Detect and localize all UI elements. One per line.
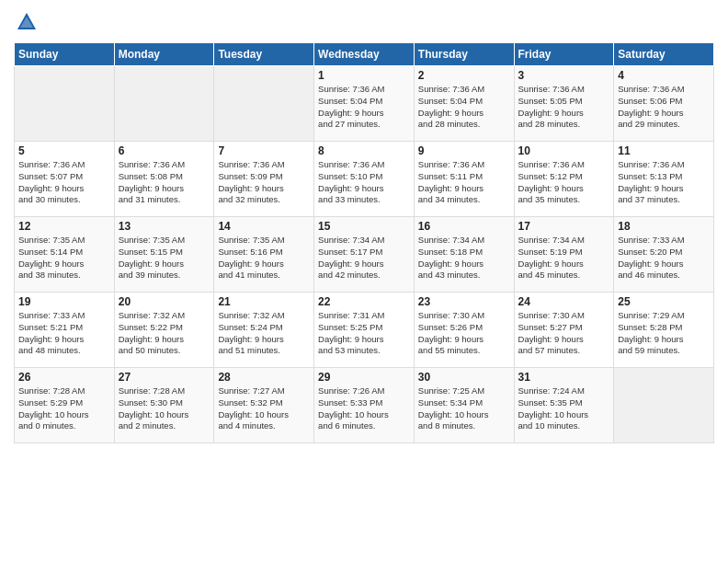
day-number: 8 (318, 144, 410, 157)
day-number: 17 (518, 220, 610, 233)
day-cell: 15Sunrise: 7:34 AM Sunset: 5:17 PM Dayli… (314, 217, 415, 293)
day-cell: 20Sunrise: 7:32 AM Sunset: 5:22 PM Dayli… (114, 293, 214, 368)
day-info: Sunrise: 7:36 AM Sunset: 5:08 PM Dayligh… (119, 159, 210, 206)
day-number: 28 (218, 371, 310, 384)
day-info: Sunrise: 7:36 AM Sunset: 5:09 PM Dayligh… (218, 159, 310, 206)
page: SundayMondayTuesdayWednesdayThursdayFrid… (0, 0, 728, 563)
day-cell: 8Sunrise: 7:36 AM Sunset: 5:10 PM Daylig… (314, 142, 415, 217)
day-info: Sunrise: 7:26 AM Sunset: 5:33 PM Dayligh… (318, 385, 410, 432)
day-info: Sunrise: 7:36 AM Sunset: 5:06 PM Dayligh… (618, 84, 710, 131)
col-header-friday: Friday (514, 43, 614, 66)
day-number: 25 (618, 295, 710, 308)
day-cell: 13Sunrise: 7:35 AM Sunset: 5:15 PM Dayli… (114, 217, 214, 293)
day-number: 19 (18, 295, 110, 308)
day-info: Sunrise: 7:34 AM Sunset: 5:18 PM Dayligh… (418, 235, 510, 282)
day-info: Sunrise: 7:34 AM Sunset: 5:17 PM Dayligh… (318, 235, 410, 282)
day-cell: 29Sunrise: 7:26 AM Sunset: 5:33 PM Dayli… (314, 368, 415, 443)
col-header-sunday: Sunday (15, 43, 115, 66)
day-info: Sunrise: 7:36 AM Sunset: 5:04 PM Dayligh… (318, 84, 410, 131)
day-cell: 7Sunrise: 7:36 AM Sunset: 5:09 PM Daylig… (214, 142, 314, 217)
day-info: Sunrise: 7:29 AM Sunset: 5:28 PM Dayligh… (618, 310, 710, 357)
day-cell (614, 368, 714, 443)
day-info: Sunrise: 7:28 AM Sunset: 5:30 PM Dayligh… (119, 385, 210, 432)
week-row-2: 12Sunrise: 7:35 AM Sunset: 5:14 PM Dayli… (15, 217, 714, 293)
day-info: Sunrise: 7:36 AM Sunset: 5:12 PM Dayligh… (518, 159, 610, 206)
day-info: Sunrise: 7:25 AM Sunset: 5:34 PM Dayligh… (418, 385, 510, 432)
day-cell: 25Sunrise: 7:29 AM Sunset: 5:28 PM Dayli… (614, 293, 714, 368)
week-row-1: 5Sunrise: 7:36 AM Sunset: 5:07 PM Daylig… (15, 142, 714, 217)
day-number: 16 (418, 220, 510, 233)
day-cell: 9Sunrise: 7:36 AM Sunset: 5:11 PM Daylig… (414, 142, 514, 217)
col-header-tuesday: Tuesday (214, 43, 314, 66)
day-cell: 23Sunrise: 7:30 AM Sunset: 5:26 PM Dayli… (414, 293, 514, 368)
day-cell: 21Sunrise: 7:32 AM Sunset: 5:24 PM Dayli… (214, 293, 314, 368)
col-header-monday: Monday (114, 43, 214, 66)
day-cell: 27Sunrise: 7:28 AM Sunset: 5:30 PM Dayli… (114, 368, 214, 443)
day-cell: 6Sunrise: 7:36 AM Sunset: 5:08 PM Daylig… (114, 142, 214, 217)
logo (14, 9, 43, 35)
calendar: SundayMondayTuesdayWednesdayThursdayFrid… (14, 42, 714, 443)
header (14, 9, 714, 35)
day-number: 31 (518, 371, 610, 384)
logo-icon (14, 9, 40, 35)
day-number: 26 (18, 371, 110, 384)
day-number: 23 (418, 295, 510, 308)
day-number: 5 (18, 144, 110, 157)
day-info: Sunrise: 7:32 AM Sunset: 5:24 PM Dayligh… (218, 310, 310, 357)
day-info: Sunrise: 7:32 AM Sunset: 5:22 PM Dayligh… (119, 310, 210, 357)
day-number: 21 (218, 295, 310, 308)
day-number: 6 (119, 144, 210, 157)
day-number: 15 (318, 220, 410, 233)
day-cell: 16Sunrise: 7:34 AM Sunset: 5:18 PM Dayli… (414, 217, 514, 293)
day-cell: 31Sunrise: 7:24 AM Sunset: 5:35 PM Dayli… (514, 368, 614, 443)
day-cell: 28Sunrise: 7:27 AM Sunset: 5:32 PM Dayli… (214, 368, 314, 443)
day-info: Sunrise: 7:33 AM Sunset: 5:21 PM Dayligh… (18, 310, 110, 357)
day-number: 20 (119, 295, 210, 308)
day-cell: 22Sunrise: 7:31 AM Sunset: 5:25 PM Dayli… (314, 293, 415, 368)
day-cell: 1Sunrise: 7:36 AM Sunset: 5:04 PM Daylig… (314, 66, 415, 142)
day-cell (15, 66, 115, 142)
day-cell: 24Sunrise: 7:30 AM Sunset: 5:27 PM Dayli… (514, 293, 614, 368)
day-number: 14 (218, 220, 310, 233)
day-info: Sunrise: 7:30 AM Sunset: 5:27 PM Dayligh… (518, 310, 610, 357)
day-number: 29 (318, 371, 410, 384)
col-header-wednesday: Wednesday (314, 43, 415, 66)
day-number: 13 (119, 220, 210, 233)
day-number: 10 (518, 144, 610, 157)
day-info: Sunrise: 7:36 AM Sunset: 5:04 PM Dayligh… (418, 84, 510, 131)
day-info: Sunrise: 7:34 AM Sunset: 5:19 PM Dayligh… (518, 235, 610, 282)
day-cell: 12Sunrise: 7:35 AM Sunset: 5:14 PM Dayli… (15, 217, 115, 293)
day-cell: 26Sunrise: 7:28 AM Sunset: 5:29 PM Dayli… (15, 368, 115, 443)
day-info: Sunrise: 7:30 AM Sunset: 5:26 PM Dayligh… (418, 310, 510, 357)
day-number: 18 (618, 220, 710, 233)
day-number: 22 (318, 295, 410, 308)
day-cell: 4Sunrise: 7:36 AM Sunset: 5:06 PM Daylig… (614, 66, 714, 142)
day-info: Sunrise: 7:36 AM Sunset: 5:13 PM Dayligh… (618, 159, 710, 206)
day-info: Sunrise: 7:31 AM Sunset: 5:25 PM Dayligh… (318, 310, 410, 357)
day-cell: 11Sunrise: 7:36 AM Sunset: 5:13 PM Dayli… (614, 142, 714, 217)
week-row-0: 1Sunrise: 7:36 AM Sunset: 5:04 PM Daylig… (15, 66, 714, 142)
day-number: 12 (18, 220, 110, 233)
day-info: Sunrise: 7:36 AM Sunset: 5:11 PM Dayligh… (418, 159, 510, 206)
col-header-thursday: Thursday (414, 43, 514, 66)
day-cell: 18Sunrise: 7:33 AM Sunset: 5:20 PM Dayli… (614, 217, 714, 293)
day-cell: 19Sunrise: 7:33 AM Sunset: 5:21 PM Dayli… (15, 293, 115, 368)
day-number: 24 (518, 295, 610, 308)
day-info: Sunrise: 7:35 AM Sunset: 5:14 PM Dayligh… (18, 235, 110, 282)
day-info: Sunrise: 7:35 AM Sunset: 5:15 PM Dayligh… (119, 235, 210, 282)
day-number: 2 (418, 69, 510, 82)
day-cell: 3Sunrise: 7:36 AM Sunset: 5:05 PM Daylig… (514, 66, 614, 142)
day-cell: 2Sunrise: 7:36 AM Sunset: 5:04 PM Daylig… (414, 66, 514, 142)
day-number: 4 (618, 69, 710, 82)
day-number: 30 (418, 371, 510, 384)
day-number: 1 (318, 69, 410, 82)
day-number: 3 (518, 69, 610, 82)
day-cell (114, 66, 214, 142)
header-row: SundayMondayTuesdayWednesdayThursdayFrid… (15, 43, 714, 66)
day-info: Sunrise: 7:36 AM Sunset: 5:10 PM Dayligh… (318, 159, 410, 206)
day-cell: 5Sunrise: 7:36 AM Sunset: 5:07 PM Daylig… (15, 142, 115, 217)
day-cell: 14Sunrise: 7:35 AM Sunset: 5:16 PM Dayli… (214, 217, 314, 293)
week-row-3: 19Sunrise: 7:33 AM Sunset: 5:21 PM Dayli… (15, 293, 714, 368)
day-info: Sunrise: 7:35 AM Sunset: 5:16 PM Dayligh… (218, 235, 310, 282)
day-info: Sunrise: 7:28 AM Sunset: 5:29 PM Dayligh… (18, 385, 110, 432)
